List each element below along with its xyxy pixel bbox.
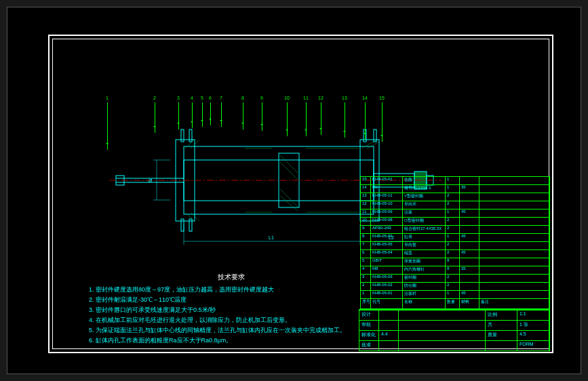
tb-scale-label: 比例 bbox=[486, 310, 517, 320]
callout-4: 4 bbox=[187, 96, 197, 102]
note-4: 4. 在机械加工前应对毛坯进行退火处理，以消除应力，防止机加工后变形。 bbox=[89, 315, 374, 325]
callout-8: 8 bbox=[238, 96, 248, 102]
tb-check: 审核 bbox=[359, 321, 379, 330]
part-row: 12KHB-05-10导向环2 bbox=[360, 201, 550, 209]
tb-appr: 批准 bbox=[359, 341, 379, 350]
part-row: 7KHB-05-05导向套2 bbox=[360, 241, 550, 249]
part-row: 8KHB-05-06缸筒145 bbox=[360, 233, 550, 241]
tb-std: 标准化 bbox=[359, 331, 379, 340]
note-2: 2. 密封件耐温满足-30℃～110℃温度 bbox=[89, 295, 374, 305]
tb-mass: 4.5 bbox=[517, 331, 549, 340]
parts-header: 序号代号名称数量材料备注 bbox=[360, 298, 550, 309]
callout-15: 15 bbox=[377, 96, 387, 102]
note-3: 3. 密封件唇口的可承受线速度满足大于0.5米/秒 bbox=[89, 305, 374, 315]
tb-mass-label: 质量 bbox=[486, 331, 517, 340]
callout-6: 6 bbox=[205, 96, 215, 102]
part-row: 6KHB-05-04端盖245 bbox=[360, 249, 550, 258]
part-row: 9AP3D-243组合密封27.4X35.5X2 bbox=[360, 225, 550, 233]
callout-14: 14 bbox=[360, 96, 370, 102]
callout-1: 1 bbox=[102, 96, 112, 102]
tb-scale: 1:1 bbox=[517, 310, 549, 320]
part-row: 13KHB-05-11Y型密封圈2 bbox=[360, 193, 550, 201]
note-1: 1. 密封件硬度选用80度～97度，油缸压力越高，选用密封件硬度越大 bbox=[89, 285, 374, 295]
tb-sheet-label: 共 bbox=[486, 321, 517, 330]
notes-title: 技术要求 bbox=[89, 272, 374, 282]
dim-length: L1 bbox=[269, 235, 274, 240]
callout-3: 3 bbox=[174, 96, 183, 102]
part-row: 14M6螺母M12X94.5135 bbox=[360, 184, 550, 193]
callout-12: 12 bbox=[316, 96, 326, 102]
callout-9: 9 bbox=[257, 96, 267, 102]
note-5: 5. 为保证端面法兰孔与缸体中心线的同轴精度，法兰孔与缸体内孔应在一次装夹中完成… bbox=[89, 325, 374, 336]
part-row: 10KHB-05-08O型密封圈2 bbox=[360, 217, 550, 225]
callout-10: 10 bbox=[282, 96, 292, 102]
part-row: 2KHB-05-02防尘圈2 bbox=[360, 282, 550, 290]
part-row: 4M8内六角螺钉835 bbox=[360, 266, 550, 274]
part-row: 11KHB-05-09活塞145 bbox=[360, 209, 550, 217]
part-row: 3KHB-05-03密封圈2 bbox=[360, 274, 550, 282]
technical-notes: 技术要求 1. 密封件硬度选用80度～97度，油缸压力越高，选用密封件硬度越大 … bbox=[89, 272, 374, 346]
callout-13: 13 bbox=[340, 96, 349, 102]
part-row: 15KHB-05-01垫圈1 bbox=[360, 176, 550, 184]
callout-11: 11 bbox=[301, 96, 311, 102]
callout-2: 2 bbox=[150, 96, 159, 102]
parts-list: 15KHB-05-01垫圈114M6螺母M12X94.513513KHB-05-… bbox=[360, 176, 550, 309]
tb-fmt: FORM bbox=[517, 341, 549, 350]
tb-design: 设计 bbox=[359, 310, 379, 320]
note-6: 6. 缸体内孔工作表面的粗糙度Ra应不大于Ra0.8μm。 bbox=[89, 336, 374, 346]
part-row: 1KHB-05-01活塞杆145 bbox=[360, 290, 550, 298]
part-row: 5GB/T弹簧垫圈8 bbox=[360, 258, 550, 266]
title-block: 设计 比例 1:1 审核 共 1 张 标准化4.4 质量 4.5 批准 FORM bbox=[359, 309, 550, 351]
callout-7: 7 bbox=[216, 96, 226, 102]
